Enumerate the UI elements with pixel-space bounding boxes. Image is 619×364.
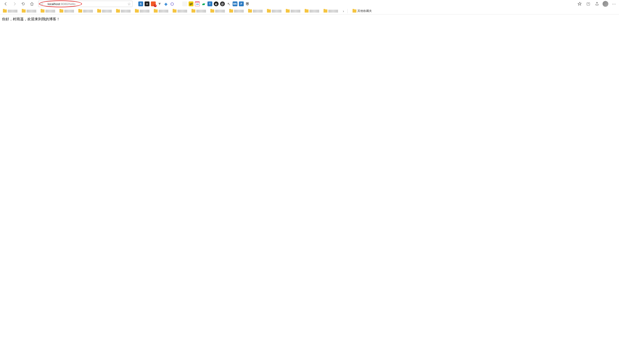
- page-body: 你好，村雨遥，欢迎来到我的博客！: [0, 14, 619, 24]
- other-bookmarks-label: 其他收藏夹: [357, 9, 372, 13]
- profile-avatar[interactable]: [603, 1, 608, 7]
- folder-icon: [210, 9, 214, 13]
- favorite-star-icon[interactable]: ☆: [127, 2, 131, 6]
- ext-brave-icon[interactable]: 2: [151, 1, 156, 6]
- bookmark-label-blurred: [45, 10, 55, 13]
- folder-icon: [22, 9, 26, 13]
- folder-icon: [59, 9, 63, 13]
- badge: 2: [154, 5, 156, 7]
- bookmark-folder[interactable]: [228, 9, 245, 13]
- bookmark-folder[interactable]: [115, 9, 132, 13]
- bookmarks-overflow-icon[interactable]: ›: [343, 9, 344, 13]
- bookmark-label-blurred: [328, 10, 338, 13]
- folder-icon: [173, 9, 177, 13]
- bookmark-folder[interactable]: [266, 9, 282, 13]
- bookmark-label-blurred: [102, 10, 112, 13]
- collections-icon[interactable]: [585, 1, 591, 7]
- bookmark-label-blurred: [140, 10, 149, 13]
- right-tools: ⋯: [577, 1, 617, 7]
- bookmark-label-blurred: [27, 10, 36, 13]
- more-menu-icon[interactable]: ⋯: [611, 1, 617, 7]
- bookmark-label-blurred: [159, 10, 168, 13]
- bookmark-folder[interactable]: [323, 9, 339, 13]
- bookmark-label-blurred: [234, 10, 244, 13]
- bookmark-folder[interactable]: [285, 9, 301, 13]
- site-info-icon[interactable]: [40, 2, 43, 6]
- ext-blank-icon[interactable]: [182, 1, 187, 6]
- ext-wk-icon[interactable]: WK: [233, 1, 238, 6]
- folder-icon: [286, 9, 290, 13]
- folder-icon: [135, 9, 139, 13]
- url-host: localhost: [48, 2, 60, 6]
- ext-t-icon[interactable]: T: [208, 1, 212, 6]
- folder-icon: [41, 9, 44, 13]
- folder-icon: [267, 9, 271, 13]
- refresh-button[interactable]: [19, 0, 27, 7]
- bookmark-label-blurred: [121, 10, 131, 13]
- folder-icon: [116, 9, 120, 13]
- ext-shield2-icon[interactable]: ⛨: [245, 1, 250, 6]
- bookmarks-bar: › 其他收藏夹: [0, 8, 619, 14]
- other-bookmarks-folder[interactable]: 其他收藏夹: [351, 8, 373, 14]
- home-button[interactable]: [28, 0, 36, 7]
- forward-button[interactable]: [11, 0, 18, 7]
- folder-icon: [78, 9, 82, 13]
- bookmark-label-blurred: [310, 10, 319, 13]
- folder-icon: [97, 9, 101, 13]
- bookmark-label-blurred: [291, 10, 300, 13]
- ext-s-icon[interactable]: S: [138, 1, 143, 6]
- ext-p-icon[interactable]: P: [239, 1, 244, 6]
- folder-icon: [248, 9, 252, 13]
- address-bar[interactable]: localhost:8080/hello ☆: [38, 1, 132, 7]
- bookmark-folder[interactable]: [40, 9, 56, 13]
- folder-icon: [305, 9, 309, 13]
- folder-icon: [154, 9, 158, 13]
- bookmark-label-blurred: [64, 10, 74, 13]
- browser-toolbar: localhost:8080/hello ☆ S✕2▼◈⬡gif108▰T◐@↖…: [0, 0, 619, 8]
- folder-icon: [229, 9, 233, 13]
- bookmark-folder[interactable]: [304, 9, 320, 13]
- bookmark-folder[interactable]: [58, 9, 75, 13]
- bookmark-label-blurred: [215, 10, 225, 13]
- favorites-icon[interactable]: [577, 1, 583, 7]
- bookmark-label-blurred: [178, 10, 187, 13]
- bookmark-folder[interactable]: [153, 9, 169, 13]
- folder-icon: [352, 9, 356, 13]
- bookmark-label-blurred: [196, 10, 206, 13]
- url-path: /hello: [68, 2, 75, 6]
- url-text: localhost:8080/hello: [48, 2, 75, 6]
- ext-gif-icon[interactable]: gif: [189, 1, 194, 6]
- bookmark-folder[interactable]: [247, 9, 264, 13]
- bookmark-folder[interactable]: [21, 9, 37, 13]
- ext-calendar-icon[interactable]: [176, 1, 181, 6]
- ext-cube-icon[interactable]: ⬡: [170, 1, 175, 6]
- bookmark-folder[interactable]: [191, 9, 207, 13]
- ext-x-icon[interactable]: ✕: [145, 1, 149, 6]
- bookmark-folder[interactable]: [2, 9, 18, 13]
- divider: [348, 9, 348, 13]
- extension-icons: S✕2▼◈⬡gif108▰T◐@↖WKP⛨: [138, 1, 250, 6]
- ext-cal108-icon[interactable]: 108: [195, 1, 200, 6]
- ext-v-icon[interactable]: ▼: [157, 1, 162, 6]
- folder-icon: [3, 9, 7, 13]
- page-greeting-text: 你好，村雨遥，欢迎来到我的博客！: [2, 17, 60, 21]
- ext-cursor-icon[interactable]: ↖: [226, 1, 231, 6]
- bookmark-label-blurred: [83, 10, 93, 13]
- bookmark-folder[interactable]: [209, 9, 226, 13]
- ext-green-icon[interactable]: ▰: [201, 1, 206, 6]
- bookmark-folder[interactable]: [96, 9, 113, 13]
- folder-icon: [192, 9, 195, 13]
- url-port: :8080: [60, 2, 68, 6]
- bookmark-folder[interactable]: [172, 9, 188, 13]
- bookmark-label-blurred: [8, 10, 17, 13]
- share-icon[interactable]: [594, 1, 600, 7]
- ext-at-icon[interactable]: @: [220, 1, 225, 6]
- back-button[interactable]: [2, 0, 10, 7]
- folder-icon: [324, 9, 327, 13]
- bookmark-folder[interactable]: [134, 9, 150, 13]
- bookmark-folder[interactable]: [77, 9, 94, 13]
- bookmark-label-blurred: [272, 10, 281, 13]
- bookmark-label-blurred: [253, 10, 263, 13]
- ext-globe-icon[interactable]: ◐: [214, 1, 219, 6]
- ext-shield-icon[interactable]: ◈: [163, 1, 168, 6]
